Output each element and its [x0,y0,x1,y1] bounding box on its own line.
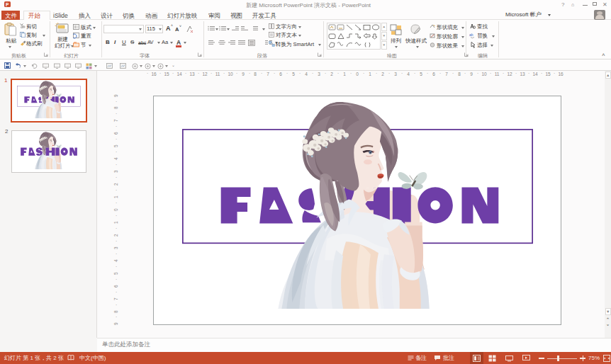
svg-text:ab: ab [469,33,473,37]
